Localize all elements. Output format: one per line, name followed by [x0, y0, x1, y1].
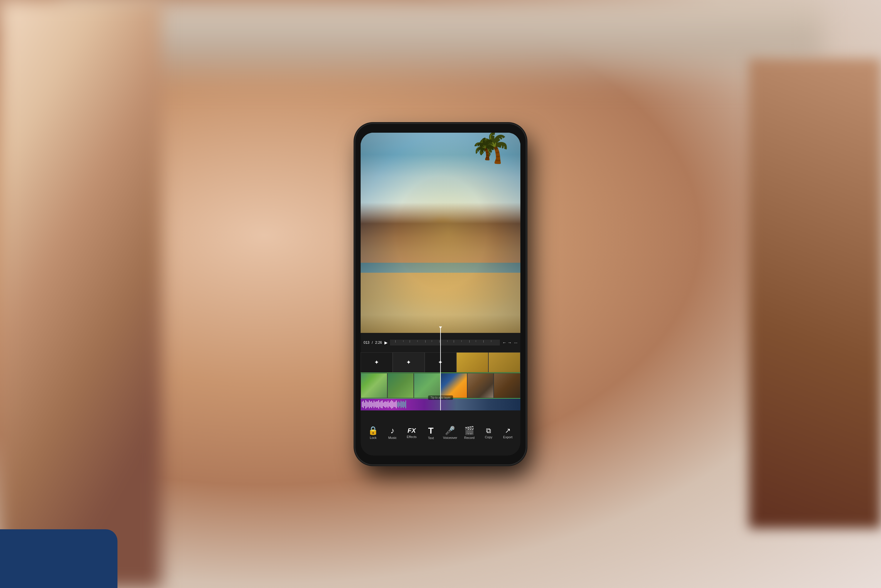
clip-beach-3[interactable]: [414, 373, 440, 398]
waveform-bar: [401, 401, 401, 408]
waveform-bar: [365, 400, 366, 408]
effects-icon: FX: [408, 428, 416, 434]
toolbar-label-export: Export: [503, 435, 512, 439]
waveform-bar: [399, 402, 400, 406]
text-icon: T: [428, 426, 434, 435]
nav-arrows[interactable]: ← →: [502, 340, 512, 345]
toolbar-item-voiceover[interactable]: 🎤 Voiceover: [440, 426, 460, 440]
phone-body: 🌴 🌴 013 /: [355, 124, 526, 464]
waveform-bar: [366, 401, 368, 408]
toolbar-label-record: Record: [464, 436, 474, 440]
toolbar-item-copy[interactable]: ⧉ Copy: [479, 427, 498, 439]
clip-beach-2[interactable]: [387, 373, 414, 398]
record-icon: 🎬: [464, 426, 474, 435]
waveform-bar: [384, 402, 385, 407]
voiceover-icon: 🎤: [445, 426, 455, 435]
waveform-bar: [391, 400, 392, 408]
broll-clip-1[interactable]: ✦: [361, 352, 393, 372]
shirt-sleeve: [0, 529, 117, 588]
waveform-bar: [371, 401, 372, 408]
timeline-ruler: [390, 340, 500, 345]
toolbar-label-copy: Copy: [485, 435, 492, 439]
waveform-bar: [370, 402, 371, 407]
waveform-bar: [402, 402, 402, 407]
waveform-bar: [382, 400, 383, 408]
clip-couple-1[interactable]: [467, 373, 494, 398]
time-total: 2:26: [375, 340, 382, 345]
broll-clip-5[interactable]: [488, 352, 520, 372]
copy-icon: ⧉: [486, 427, 491, 434]
beach-sand: [361, 273, 520, 333]
bg-blur-right: [749, 59, 881, 528]
waveform-bar: [393, 402, 395, 407]
toolbar-item-record[interactable]: 🎬 Record: [460, 426, 479, 440]
rocks: [361, 202, 520, 273]
waveform-bar: [362, 402, 363, 407]
waveform-bar: [403, 401, 404, 408]
waveform-bar: [390, 401, 391, 408]
toolbar-item-export[interactable]: ↗ Export: [498, 427, 518, 439]
waveform-bar: [398, 401, 399, 408]
phone-screen: 🌴 🌴 013 /: [361, 133, 520, 456]
music-icon: ♪: [390, 426, 395, 435]
toolbar-label-text: Text: [428, 436, 434, 440]
time-separator: /: [372, 340, 373, 345]
waveform-bar: [375, 402, 375, 407]
waveform-bar: [405, 400, 406, 408]
waveform-bar: [397, 402, 398, 407]
waveform-bar: [392, 401, 393, 408]
waveform-bar: [368, 402, 369, 407]
bottom-toolbar: 🔒 Lock ♪ Music FX Effects T Text 🎤 V: [361, 410, 520, 456]
video-preview: 🌴 🌴: [361, 133, 520, 333]
waveform-bar: [376, 401, 377, 408]
toolbar-item-music[interactable]: ♪ Music: [383, 426, 402, 440]
waveform-bar: [372, 402, 373, 406]
toolbar-item-lock[interactable]: 🔒 Lock: [363, 426, 383, 440]
waveform-bar: [369, 400, 370, 408]
waveform-bar: [396, 400, 397, 408]
export-icon: ↗: [505, 427, 511, 434]
waveform-bar: [388, 401, 389, 408]
clip-couple-2[interactable]: [494, 373, 520, 398]
toolbar-label-voiceover: Voiceover: [443, 436, 457, 440]
waveform-bar: [380, 402, 380, 407]
waveform-bar: [377, 401, 378, 408]
playhead-triangle: [439, 327, 442, 329]
broll-clip-2[interactable]: ✦: [393, 352, 425, 372]
bg-blur-left: [0, 0, 162, 588]
time-display: 013: [363, 340, 369, 345]
toolbar-label-music: Music: [388, 436, 397, 440]
waveform-bar: [395, 402, 396, 407]
waveform-bar: [383, 402, 384, 406]
waveform-bar: [378, 400, 379, 408]
toolbar-label-lock: Lock: [370, 436, 377, 440]
sparkle-icon-2: ✦: [406, 359, 411, 366]
waveform-bar: [404, 402, 405, 407]
waveform-bar: [363, 401, 364, 408]
waveform-bar: [374, 401, 374, 408]
waveform-bar: [385, 401, 386, 408]
waveform-bar: [389, 402, 390, 406]
lock-icon: 🔒: [368, 426, 378, 435]
toolbar-item-effects[interactable]: FX Effects: [402, 428, 422, 439]
palm-tree-icon-2: 🌴: [471, 138, 497, 159]
broll-clip-4[interactable]: [456, 352, 488, 372]
phone-device: 🌴 🌴 013 /: [355, 124, 526, 464]
bg-blur-top: [59, 0, 822, 88]
waveform-bar: [386, 402, 387, 407]
more-options-button[interactable]: ···: [514, 340, 518, 345]
waveform-bar: [381, 401, 381, 408]
clip-sunset-1[interactable]: [440, 373, 467, 398]
play-button[interactable]: ▶: [384, 340, 388, 345]
toolbar-item-text[interactable]: T Text: [422, 426, 441, 440]
sparkle-icon-1: ✦: [374, 359, 379, 366]
waveform-bar: [364, 402, 365, 406]
playhead: [440, 327, 441, 410]
toolbar-label-effects: Effects: [407, 435, 416, 439]
clip-beach-1[interactable]: [361, 373, 387, 398]
